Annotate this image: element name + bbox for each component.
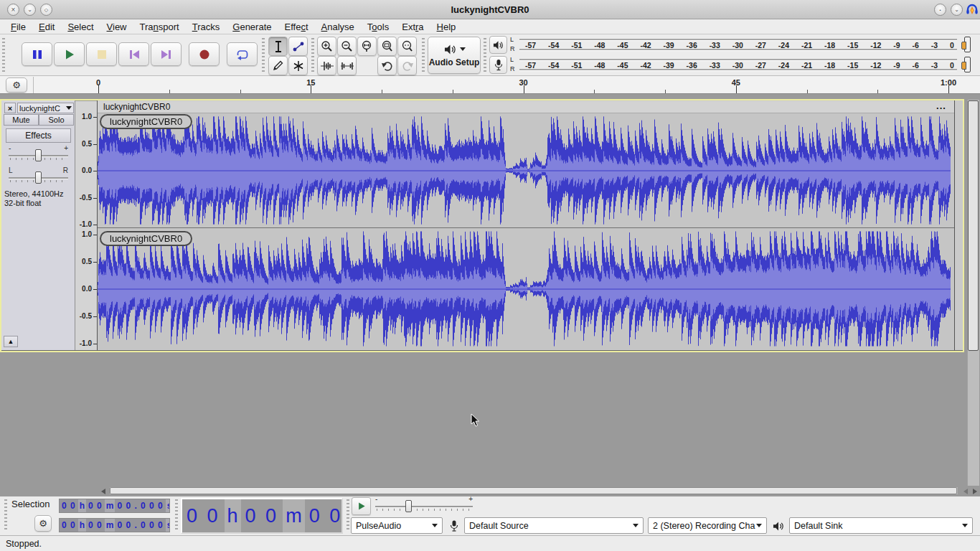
gain-slider[interactable]: - + (7, 146, 70, 164)
zoom-out-button[interactable] (337, 37, 357, 56)
track-collapse-button[interactable]: ▲ (4, 336, 18, 347)
waveform-channel2[interactable] (98, 228, 954, 349)
fit-project-button[interactable] (377, 37, 397, 56)
timeline-tick (877, 90, 878, 93)
timeline-tick (807, 90, 808, 93)
pan-slider-thumb[interactable] (35, 171, 42, 184)
time-digits[interactable]: 0 0 (60, 519, 78, 532)
vertical-ruler-channel2[interactable]: 1.00.50.0-0.5-1.0 (75, 228, 97, 350)
gain-slider-thumb[interactable] (35, 149, 42, 161)
effects-button[interactable]: Effects (6, 128, 71, 143)
menu-analyse[interactable]: Analyse (315, 21, 361, 33)
selection-start-field[interactable]: 0 0h0 0m0 0 . 0 0 0s (59, 499, 170, 513)
tools-toolbar-gripper[interactable] (262, 38, 265, 72)
recording-device-select[interactable]: Default Source (464, 517, 644, 534)
hscroll-left-arrow[interactable] (98, 486, 108, 496)
playback-meter[interactable]: LR -57-54-51-48-45-42-39-36-33-30-27-24-… (488, 35, 973, 55)
solo-button[interactable]: Solo (39, 114, 74, 126)
menu-edit[interactable]: Edit (32, 21, 61, 33)
clip-name-label-channel1[interactable]: luckynightCVBR0 (100, 114, 192, 129)
time-digits[interactable]: 0 0 (241, 499, 283, 532)
vertical-ruler-channel1[interactable]: 1.00.50.0-0.5-1.0 (75, 101, 97, 228)
zoom-toggle-button[interactable] (397, 37, 417, 56)
timeline-ruler[interactable]: 01530451:00 (0, 76, 980, 93)
menu-file[interactable]: File (4, 21, 32, 33)
time-digits[interactable]: 0 0 (86, 499, 105, 512)
selection-options-button[interactable]: ⚙ (34, 515, 52, 532)
play-button[interactable] (54, 42, 85, 66)
pause-button[interactable] (22, 42, 52, 66)
undo-button[interactable] (377, 56, 397, 75)
playback-meter-speaker-button[interactable] (489, 36, 507, 54)
waveform-channel1[interactable] (98, 113, 954, 227)
speed-slider-thumb[interactable] (405, 500, 412, 512)
playback-device-select[interactable]: Default Sink (789, 517, 973, 534)
redo-button[interactable] (397, 56, 417, 75)
menu-view[interactable]: View (100, 21, 133, 33)
time-toolbar-gripper[interactable] (175, 499, 178, 532)
audio-host-select[interactable]: PulseAudio (351, 517, 443, 534)
mute-button[interactable]: Mute (4, 114, 39, 126)
time-digits[interactable]: 0 0 (86, 519, 105, 532)
audio-position-display[interactable]: 0 0h0 0m0 0s (181, 498, 343, 534)
zoom-to-selection-button[interactable] (357, 37, 377, 56)
zoom-in-button[interactable] (317, 37, 336, 56)
vruler-label: 0.0 (82, 285, 92, 293)
track-name-dropdown[interactable]: luckynightC (17, 103, 74, 113)
time-digits[interactable]: 0 0 . 0 0 0 (115, 499, 165, 512)
menu-tools[interactable]: Tools (361, 21, 395, 33)
menu-effect[interactable]: Effect (278, 21, 315, 33)
selection-toolbar-gripper[interactable] (4, 499, 7, 532)
menu-transport[interactable]: Transport (133, 21, 186, 33)
recording-meter-mic-button[interactable] (489, 56, 507, 74)
clip-name-label-channel2[interactable]: luckynightCVBR0 (100, 231, 192, 246)
draw-tool-button[interactable] (268, 56, 288, 75)
menu-select[interactable]: Select (61, 21, 100, 33)
recording-volume-slider[interactable] (964, 57, 971, 72)
time-unit: m (105, 519, 116, 532)
horizontal-scrollbar-thumb[interactable] (110, 487, 957, 494)
clip-overflow-menu-button[interactable]: ... (929, 100, 953, 112)
vertical-scrollbar-thumb[interactable] (968, 100, 979, 351)
stop-button[interactable] (86, 42, 117, 66)
window-shade-button[interactable]: ⌄ (951, 4, 963, 16)
skip-to-start-button[interactable] (118, 42, 149, 66)
record-button[interactable] (189, 42, 220, 66)
audio-setup-gripper[interactable] (422, 38, 425, 72)
selection-tool-button[interactable] (268, 37, 288, 56)
selection-end-field[interactable]: 0 0h0 0m0 0 . 0 0 0s (59, 518, 170, 532)
track-close-button[interactable]: × (4, 103, 16, 113)
window-unshade-button[interactable]: • (934, 4, 946, 16)
zoom-in-icon (321, 40, 334, 53)
skip-to-end-button[interactable] (151, 42, 182, 66)
pan-left-label: L (9, 166, 13, 174)
time-digits[interactable]: 0 0 (305, 499, 343, 532)
play-at-speed-button[interactable] (352, 497, 371, 515)
menu-tracks[interactable]: Tracks (186, 21, 227, 33)
menu-help[interactable]: Help (430, 21, 463, 33)
clip-title-bar[interactable]: luckynightCVBR0 (98, 101, 954, 113)
audio-setup-button[interactable]: Audio Setup (428, 37, 481, 74)
silence-selection-button[interactable] (337, 56, 357, 75)
meter-toolbar-gripper[interactable] (484, 38, 486, 72)
menu-extra[interactable]: Extra (395, 21, 430, 33)
edit-toolbar-gripper[interactable] (311, 38, 314, 72)
pan-slider[interactable]: L R (7, 168, 70, 187)
loop-button[interactable] (227, 42, 258, 66)
transport-toolbar-gripper[interactable] (2, 38, 5, 72)
time-digits[interactable]: 0 0 . 0 0 0 (115, 519, 165, 532)
recording-channels-select[interactable]: 2 (Stereo) Recording Cha (648, 517, 767, 534)
play-at-speed-gripper[interactable] (347, 499, 349, 532)
menu-generate[interactable]: Generate (226, 21, 278, 33)
speed-slider-ticks (377, 509, 471, 511)
hscroll-right-arrow[interactable] (970, 486, 979, 496)
time-digits[interactable]: 0 0 (182, 499, 225, 532)
hscroll-left-arrow2[interactable] (961, 486, 970, 496)
time-digits[interactable]: 0 0 (60, 499, 78, 512)
envelope-tool-button[interactable] (288, 37, 308, 56)
playback-speed-slider[interactable]: - + (374, 496, 474, 515)
playback-volume-slider[interactable] (964, 37, 971, 52)
recording-meter[interactable]: LR -57-54-51-48-45-42-39-36-33-30-27-24-… (488, 55, 973, 75)
trim-outside-selection-button[interactable] (317, 56, 336, 75)
multi-tool-button[interactable] (288, 56, 308, 75)
